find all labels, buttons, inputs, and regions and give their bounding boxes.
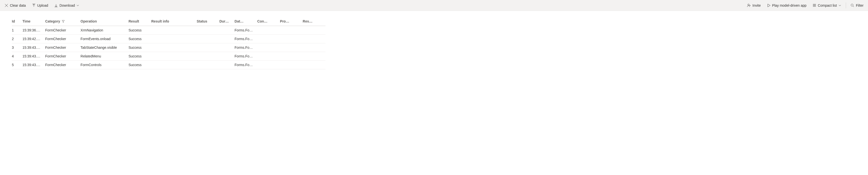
table-row[interactable]: 3 15:39:43.… FormChecker TabStateChange.… <box>12 43 326 52</box>
col-header-time[interactable]: Time <box>23 17 45 26</box>
table-row[interactable]: 2 15:39:42.… FormChecker FormEvents.onlo… <box>12 35 326 43</box>
cell-res <box>303 35 326 43</box>
toolbar-left: Clear data Upload Download <box>2 2 82 9</box>
compact-list-label: Compact list <box>818 3 837 7</box>
cell-category: FormChecker <box>45 35 81 43</box>
cell-result: Success <box>128 35 151 43</box>
invite-button[interactable]: Invite <box>745 2 763 9</box>
cell-result-info <box>151 61 196 69</box>
col-header-status[interactable]: Status <box>196 17 219 26</box>
compact-list-button[interactable]: Compact list <box>810 2 844 9</box>
table-row[interactable]: 4 15:39:43.… FormChecker RelatedMenu Suc… <box>12 52 326 61</box>
cell-pro <box>280 61 303 69</box>
clear-data-label: Clear data <box>10 3 26 7</box>
cell-res <box>303 52 326 61</box>
filter-indicator-icon <box>62 20 65 23</box>
play-icon <box>767 3 771 7</box>
cell-category: FormChecker <box>45 43 81 52</box>
chevron-down-icon <box>76 4 79 7</box>
table-body: 1 15:39:36.… FormChecker XrmNavigation S… <box>12 26 326 69</box>
close-icon <box>4 3 8 7</box>
col-header-result-info[interactable]: Result info <box>151 17 196 26</box>
col-header-id[interactable]: Id <box>12 17 23 26</box>
chevron-down-icon <box>838 4 841 7</box>
cell-operation: FormEvents.onload <box>81 35 128 43</box>
cell-pro <box>280 43 303 52</box>
cell-result: Success <box>128 52 151 61</box>
cell-dat: Forms.Fo… <box>235 61 257 69</box>
table-row[interactable]: 1 15:39:36.… FormChecker XrmNavigation S… <box>12 26 326 35</box>
cell-id: 4 <box>12 52 23 61</box>
cell-result: Success <box>128 61 151 69</box>
col-header-operation[interactable]: Operation <box>81 17 128 26</box>
cell-dur <box>219 26 234 35</box>
cell-status <box>196 35 219 43</box>
play-button[interactable]: Play model-driven app <box>764 2 809 9</box>
col-header-dur[interactable]: Dur… <box>219 17 234 26</box>
cell-time: 15:39:43.… <box>23 43 45 52</box>
search-icon <box>850 3 855 7</box>
filter-label: Filter <box>856 3 864 7</box>
cell-id: 5 <box>12 61 23 69</box>
cell-dat: Forms.Fo… <box>235 26 257 35</box>
svg-point-1 <box>851 4 853 6</box>
col-header-result[interactable]: Result <box>128 17 151 26</box>
toolbar-separator <box>846 2 846 8</box>
table-container: Id Time Category Operation Result Result… <box>0 11 329 69</box>
cell-dur <box>219 52 234 61</box>
cell-category: FormChecker <box>45 26 81 35</box>
header-row: Id Time Category Operation Result Result… <box>12 17 326 26</box>
invite-label: Invite <box>752 3 761 7</box>
cell-result-info <box>151 43 196 52</box>
cell-dat: Forms.Fo… <box>235 35 257 43</box>
data-table: Id Time Category Operation Result Result… <box>12 17 326 69</box>
cell-dat: Forms.Fo… <box>235 52 257 61</box>
upload-label: Upload <box>37 3 48 7</box>
cell-res <box>303 61 326 69</box>
cell-result-info <box>151 26 196 35</box>
person-add-icon <box>747 3 751 7</box>
upload-icon <box>32 3 36 7</box>
download-icon <box>54 3 58 7</box>
play-label: Play model-driven app <box>772 3 807 7</box>
col-header-dat[interactable]: Dat… <box>235 17 257 26</box>
cell-category: FormChecker <box>45 52 81 61</box>
upload-button[interactable]: Upload <box>29 2 51 9</box>
toolbar: Clear data Upload Download Invite Play m… <box>0 0 868 11</box>
cell-status <box>196 43 219 52</box>
col-header-con[interactable]: Con… <box>257 17 280 26</box>
cell-con <box>257 52 280 61</box>
col-header-pro[interactable]: Pro… <box>280 17 303 26</box>
cell-time: 15:39:43.… <box>23 61 45 69</box>
cell-time: 15:39:43.… <box>23 52 45 61</box>
filter-button[interactable]: Filter <box>848 2 866 9</box>
cell-status <box>196 52 219 61</box>
table-header: Id Time Category Operation Result Result… <box>12 17 326 26</box>
cell-operation: XrmNavigation <box>81 26 128 35</box>
cell-con <box>257 26 280 35</box>
download-button[interactable]: Download <box>52 2 82 9</box>
col-header-category[interactable]: Category <box>45 17 81 26</box>
cell-con <box>257 61 280 69</box>
table-row[interactable]: 5 15:39:43.… FormChecker FormControls Su… <box>12 61 326 69</box>
cell-dat: Forms.Fo… <box>235 43 257 52</box>
cell-res <box>303 43 326 52</box>
cell-operation: RelatedMenu <box>81 52 128 61</box>
col-header-res[interactable]: Res… <box>303 17 326 26</box>
cell-result-info <box>151 52 196 61</box>
cell-id: 3 <box>12 43 23 52</box>
cell-status <box>196 61 219 69</box>
cell-result-info <box>151 35 196 43</box>
cell-pro <box>280 26 303 35</box>
cell-result: Success <box>128 26 151 35</box>
cell-dur <box>219 35 234 43</box>
toolbar-right: Invite Play model-driven app Compact lis… <box>745 2 866 9</box>
cell-res <box>303 26 326 35</box>
cell-id: 2 <box>12 35 23 43</box>
clear-data-button[interactable]: Clear data <box>2 2 28 9</box>
cell-dur <box>219 61 234 69</box>
cell-category: FormChecker <box>45 61 81 69</box>
cell-con <box>257 43 280 52</box>
cell-status <box>196 26 219 35</box>
download-label: Download <box>60 3 75 7</box>
